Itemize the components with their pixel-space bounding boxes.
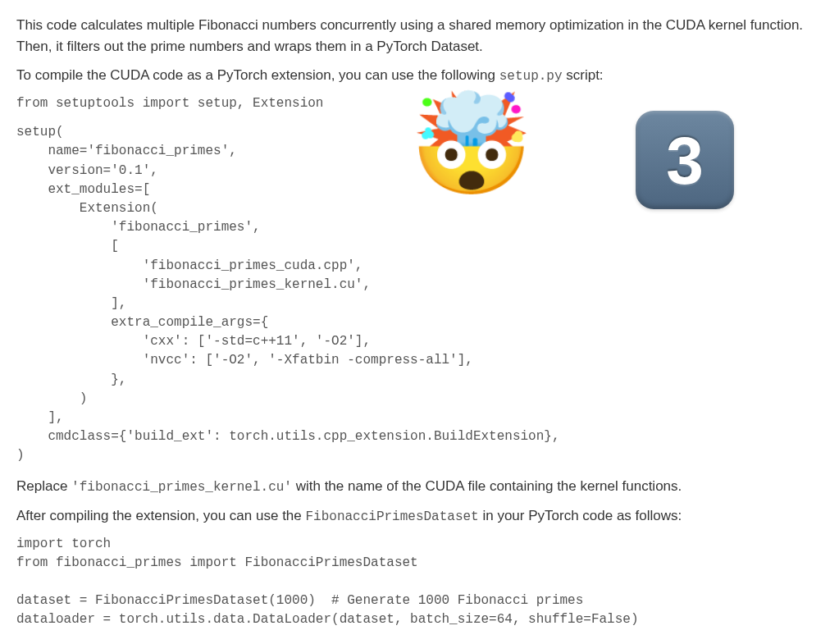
p4-pre: After compiling the extension, you can u… (16, 508, 305, 523)
code-setup-block: setup( name='fibonacci_primes', version=… (16, 123, 823, 465)
intro-paragraph-1: This code calculates multiple Fibonacci … (16, 15, 823, 57)
p3-pre: Replace (16, 478, 71, 494)
inline-code-setup-py: setup.py (499, 69, 563, 84)
code-usage-block: import torch from fibonacci_primes impor… (16, 535, 823, 644)
intro-paragraph-2: To compile the CUDA code as a PyTorch ex… (16, 65, 823, 86)
code-import-line: from setuptools import setup, Extension (16, 94, 823, 113)
p4-post: in your PyTorch code as follows: (479, 508, 682, 523)
usage-paragraph: After compiling the extension, you can u… (16, 505, 823, 527)
replace-paragraph: Replace 'fibonacci_primes_kernel.cu' wit… (16, 476, 823, 497)
inline-code-kernel-file: 'fibonacci_primes_kernel.cu' (71, 480, 292, 495)
p3-post: with the name of the CUDA file containin… (292, 478, 682, 494)
inline-code-dataset-class: FibonacciPrimesDataset (305, 509, 478, 524)
p2-pre: To compile the CUDA code as a PyTorch ex… (16, 67, 499, 83)
p2-post: script: (563, 67, 604, 83)
